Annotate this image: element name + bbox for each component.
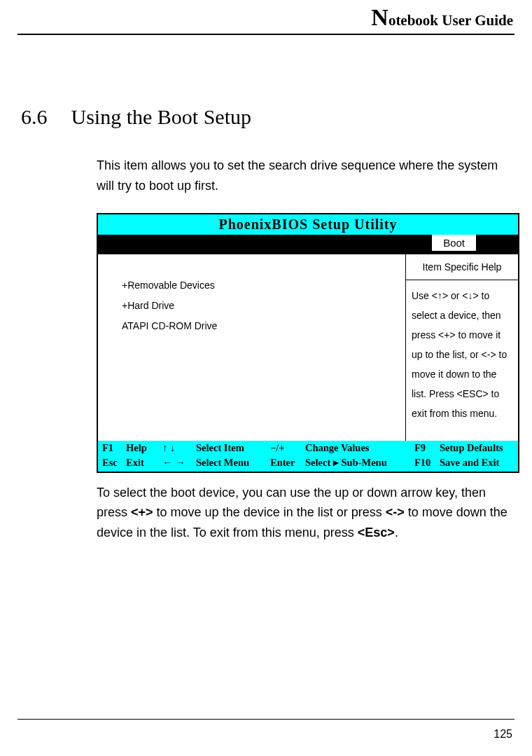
label-select-submenu: Select ▸ Sub-Menu <box>305 457 414 469</box>
label-help: Help <box>126 442 162 454</box>
footer-row-1: F1 Help ↑ ↓ Select Item −/+ Change Value… <box>102 441 514 455</box>
section-number: 6.6 <box>21 105 48 128</box>
key-f9: F9 <box>414 442 440 454</box>
bios-tab-boot: Boot <box>432 235 476 251</box>
key-minus-plus: −/+ <box>270 442 305 454</box>
label-save-exit: Save and Exit <box>440 457 514 469</box>
keycap-plus: <+> <box>131 505 153 519</box>
header-title-text: otebook User Guide <box>388 12 513 29</box>
footer-row-2: Esc Exit ← → Select Menu Enter Select ▸ … <box>102 455 514 470</box>
bios-device-list: +Removable Devices +Hard Drive ATAPI CD-… <box>98 254 406 441</box>
outro-text: . <box>395 525 398 539</box>
header-dropcap: N <box>371 4 388 30</box>
label-setup-defaults: Setup Defaults <box>440 442 514 454</box>
bios-footer: F1 Help ↑ ↓ Select Item −/+ Change Value… <box>98 441 518 472</box>
bios-help-panel: Item Specific Help Use <↑> or <↓> to sel… <box>406 254 518 441</box>
boot-device-item: ATAPI CD-ROM Drive <box>122 316 398 336</box>
help-header: Item Specific Help <box>406 254 518 280</box>
outro-paragraph: To select the boot device, you can use t… <box>97 483 511 543</box>
help-body: Use <↑> or <↓> to select a device, then … <box>406 280 518 429</box>
arrows-leftright-icon: ← → <box>162 457 196 469</box>
section-heading: 6.6Using the Boot Setup <box>21 105 511 129</box>
page-number: 125 <box>493 728 512 741</box>
key-f1: F1 <box>102 442 126 454</box>
section-title: Using the Boot Setup <box>71 105 252 128</box>
bios-title: PhoenixBIOS Setup Utility <box>98 214 518 235</box>
label-change-values: Change Values <box>305 442 414 454</box>
key-f10: F10 <box>414 457 440 469</box>
bios-tab-bar: Boot <box>98 235 518 254</box>
label-exit: Exit <box>126 457 162 469</box>
label-select-menu: Select Menu <box>196 457 270 469</box>
footer-rule <box>18 719 514 720</box>
keycap-esc: <Esc> <box>358 525 395 539</box>
page-content: 6.6Using the Boot Setup This item allows… <box>0 35 532 543</box>
keycap-minus: <-> <box>386 505 405 519</box>
header-title: Notebook User Guide <box>371 4 513 31</box>
label-select-item: Select Item <box>196 442 270 454</box>
key-esc: Esc <box>102 457 126 469</box>
page-header: Notebook User Guide <box>18 0 514 35</box>
bios-setup-box: PhoenixBIOS Setup Utility Boot +Removabl… <box>97 213 519 473</box>
key-enter: Enter <box>270 457 305 469</box>
boot-device-item: +Hard Drive <box>122 296 398 316</box>
boot-device-item: +Removable Devices <box>122 275 398 296</box>
bios-main-area: +Removable Devices +Hard Drive ATAPI CD-… <box>98 254 518 441</box>
arrows-updown-icon: ↑ ↓ <box>162 442 196 454</box>
outro-text: to move up the device in the list or pre… <box>153 505 386 519</box>
intro-paragraph: This item allows you to set the search d… <box>97 156 511 196</box>
